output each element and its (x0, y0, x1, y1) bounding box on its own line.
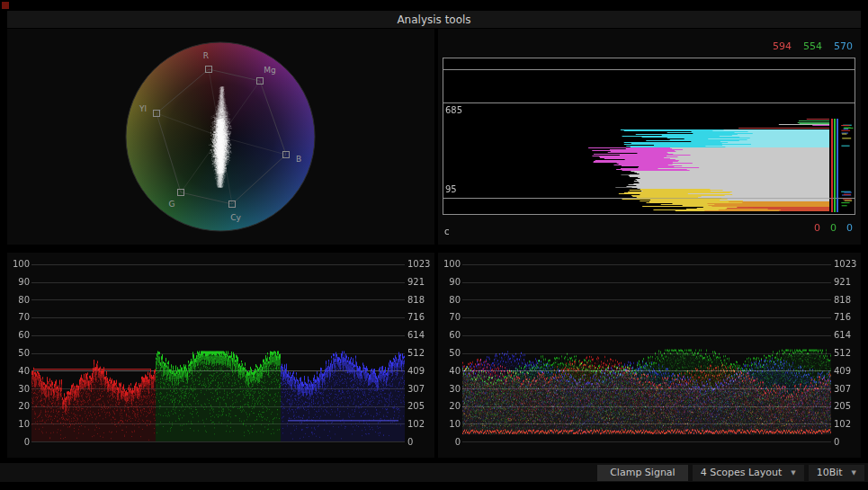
scale-label: 20 (9, 401, 30, 412)
scale-label: 50 (9, 348, 30, 359)
scale-label: 307 (407, 384, 434, 395)
scale-label: 614 (834, 330, 861, 341)
scopes-layout-value: 4 Scopes Layout (701, 467, 783, 478)
bit-depth-dropdown[interactable]: 10Bit ▼ (809, 465, 864, 481)
waveform-percent-scale: 100 90 80 70 60 50 40 30 20 10 0 (440, 259, 461, 448)
scale-label: 205 (834, 401, 861, 412)
scale-label: 80 (9, 295, 30, 306)
scale-label: 20 (440, 401, 461, 412)
scale-label: 0 (834, 437, 861, 448)
histogram-ref-high: 685 (445, 105, 462, 115)
scale-label: 512 (834, 348, 861, 359)
scale-label: 716 (407, 312, 434, 323)
scale-label: 205 (407, 401, 434, 412)
scale-label: 10 (9, 419, 30, 430)
scale-label: 818 (834, 295, 861, 306)
parade-percent-scale: 100 90 80 70 60 50 40 30 20 10 0 (9, 259, 30, 448)
scale-label: 409 (407, 366, 434, 377)
chevron-down-icon: ▼ (791, 469, 795, 477)
vectorscope-panel: R Mg B Cy G Yl (7, 29, 434, 245)
scale-label: 100 (9, 259, 30, 270)
histogram-ref-low: 95 (445, 184, 457, 194)
parade-code-scale: 1023 921 818 716 614 512 409 307 205 102… (407, 259, 434, 448)
scale-label: 1023 (834, 259, 861, 270)
waveform-panel: 100 90 80 70 60 50 40 30 20 10 0 1023 92… (438, 253, 861, 458)
histogram-min-blue: 0 (846, 222, 853, 234)
scale-label: 307 (834, 384, 861, 395)
scale-label: 60 (440, 330, 461, 341)
scopes-layout-dropdown[interactable]: 4 Scopes Layout ▼ (693, 465, 804, 481)
bit-depth-value: 10Bit (817, 467, 843, 478)
scale-label: 90 (440, 277, 461, 288)
histogram-min-values: 0 0 0 (814, 222, 853, 234)
scale-label: 102 (834, 419, 861, 430)
waveform-scope (438, 253, 861, 458)
scale-label: 818 (407, 295, 434, 306)
histogram-corner-label: c (444, 227, 450, 236)
scale-label: 921 (834, 277, 861, 288)
scale-label: 50 (440, 348, 461, 359)
analysis-tools-window: Analysis tools (7, 11, 861, 458)
window-corner-accent (2, 2, 9, 9)
scale-label: 614 (407, 330, 434, 341)
scale-label: 80 (440, 295, 461, 306)
scale-label: 1023 (407, 259, 434, 270)
scale-label: 70 (9, 312, 30, 323)
histogram-max-values: 594 554 570 (773, 40, 853, 52)
clamp-signal-button[interactable]: Clamp Signal (597, 465, 687, 481)
scale-label: 30 (9, 384, 30, 395)
histogram-scope (438, 29, 861, 245)
scale-label: 90 (9, 277, 30, 288)
histogram-max-green: 554 (803, 40, 822, 52)
page-title: Analysis tools (397, 13, 470, 26)
scopes-grid: R Mg B Cy G Yl 594 554 570 685 95 c (7, 29, 861, 458)
scale-label: 921 (407, 277, 434, 288)
histogram-panel: 594 554 570 685 95 c 0 0 0 (438, 29, 861, 245)
chevron-down-icon: ▼ (852, 469, 856, 477)
scale-label: 512 (407, 348, 434, 359)
scale-label: 102 (407, 419, 434, 430)
histogram-max-blue: 570 (834, 40, 853, 52)
rgb-parade-panel: 100 90 80 70 60 50 40 30 20 10 0 1023 92… (7, 253, 434, 458)
rgb-parade-scope (7, 253, 434, 458)
scale-label: 10 (440, 419, 461, 430)
titlebar: Analysis tools (7, 11, 861, 28)
histogram-min-green: 0 (830, 222, 837, 234)
scale-label: 100 (440, 259, 461, 270)
vectorscope-trace (7, 29, 434, 245)
scale-label: 0 (440, 437, 461, 448)
scale-label: 70 (440, 312, 461, 323)
scale-label: 30 (440, 384, 461, 395)
waveform-code-scale: 1023 921 818 716 614 512 409 307 205 102… (834, 259, 861, 448)
scale-label: 409 (834, 366, 861, 377)
bottom-toolbar: Clamp Signal 4 Scopes Layout ▼ 10Bit ▼ (0, 463, 868, 482)
histogram-min-red: 0 (814, 222, 820, 234)
scale-label: 0 (9, 437, 30, 448)
scale-label: 60 (9, 330, 30, 341)
scale-label: 0 (407, 437, 434, 448)
scale-label: 716 (834, 312, 861, 323)
scale-label: 40 (9, 366, 30, 377)
histogram-max-red: 594 (773, 40, 792, 52)
scale-label: 40 (440, 366, 461, 377)
